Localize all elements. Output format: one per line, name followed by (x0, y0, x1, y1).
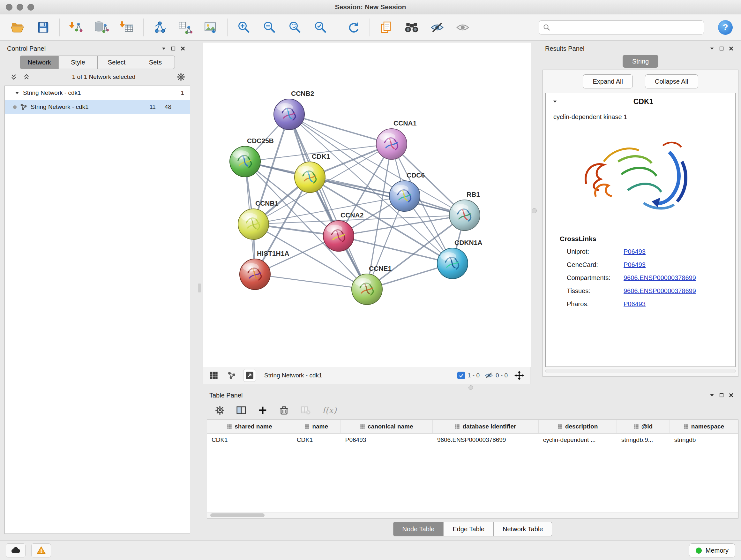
network-edge[interactable] (289, 114, 367, 289)
copy-button[interactable] (377, 18, 395, 37)
control-panel-close-button[interactable] (178, 44, 188, 53)
collapse-triangle-icon[interactable] (552, 99, 558, 105)
refresh-network-button[interactable] (344, 18, 362, 37)
import-table-button[interactable] (118, 18, 136, 37)
control-panel-float-button[interactable] (169, 44, 178, 53)
table-cell[interactable]: cyclin-dependent ... (539, 434, 617, 446)
column-header-description[interactable]: description (539, 420, 617, 433)
network-node-cdkn1a[interactable]: CDKN1A (437, 239, 482, 279)
memory-button[interactable]: Memory (689, 543, 735, 557)
uniprot-link[interactable]: P06493 (623, 248, 646, 255)
genecard-link[interactable]: P06493 (623, 261, 646, 268)
table-cell[interactable]: CDK1 (292, 434, 341, 446)
search-input[interactable] (554, 23, 700, 31)
network-node-rb1[interactable]: RB1 (449, 191, 480, 231)
delete-column-button[interactable] (279, 405, 289, 415)
results-scrollbar[interactable] (545, 369, 736, 373)
expand-all-networks-button[interactable] (22, 72, 31, 82)
zoom-selected-button[interactable] (311, 18, 330, 37)
tab-edge-table[interactable]: Edge Table (444, 522, 494, 537)
search-box[interactable] (539, 20, 704, 35)
close-window-button[interactable] (6, 4, 12, 10)
network-node-hist1h1a[interactable]: HIST1H1A (240, 250, 289, 290)
scrollbar-thumb[interactable] (210, 513, 265, 517)
open-session-button[interactable] (8, 18, 27, 37)
table-cell[interactable]: CDK1 (207, 434, 292, 446)
column-header-name[interactable]: name (292, 420, 341, 433)
zoom-fit-button[interactable] (286, 18, 304, 37)
import-network-from-database-button[interactable] (92, 18, 111, 37)
warnings-button[interactable] (31, 543, 51, 557)
column-header-canonical-name[interactable]: canonical name (341, 420, 433, 433)
splitter-handle[interactable] (198, 284, 201, 293)
function-builder-button[interactable]: f(x) (322, 406, 337, 415)
collapse-all-button[interactable]: Collapse All (645, 74, 698, 88)
network-node-cdc6[interactable]: CDC6 (389, 172, 425, 211)
grid-view-button[interactable] (207, 369, 220, 382)
pharos-link[interactable]: P06493 (623, 300, 646, 308)
zoom-out-button[interactable] (260, 18, 279, 37)
tab-node-table[interactable]: Node Table (393, 522, 444, 537)
tab-sets[interactable]: Sets (136, 56, 175, 69)
column-header--id[interactable]: @id (617, 420, 670, 433)
column-header-namespace[interactable]: namespace (670, 420, 738, 433)
table-cell[interactable]: stringdb (670, 434, 738, 446)
table-cell[interactable]: stringdb:9... (617, 434, 670, 446)
tab-style[interactable]: Style (59, 56, 97, 69)
detach-view-button[interactable] (243, 369, 256, 382)
results-panel-close-button[interactable] (726, 44, 736, 53)
network-edge[interactable] (289, 114, 392, 144)
delete-table-button[interactable] (300, 405, 311, 415)
find-button[interactable] (402, 18, 421, 37)
show-columns-button[interactable] (236, 405, 246, 415)
expand-all-button[interactable]: Expand All (583, 74, 633, 88)
splitter-handle[interactable] (532, 208, 537, 213)
collapse-all-networks-button[interactable] (9, 72, 18, 82)
zoom-window-button[interactable] (27, 4, 34, 10)
network-collection-row[interactable]: String Network - cdk1 1 (5, 86, 190, 100)
network-row-selected[interactable]: String Network - cdk1 11 48 (5, 100, 190, 114)
table-settings-button[interactable] (215, 406, 225, 415)
help-button[interactable]: ? (718, 20, 733, 35)
network-node-ccnb2[interactable]: CCNB2 (274, 90, 314, 130)
network-node-cdc25b[interactable]: CDC25B (230, 137, 274, 177)
tab-network[interactable]: Network (20, 56, 59, 69)
export-image-button[interactable] (202, 18, 220, 37)
control-panel-menu-button[interactable] (159, 44, 169, 53)
import-network-from-file-button[interactable] (67, 18, 85, 37)
results-panel-menu-button[interactable] (707, 44, 717, 53)
table-panel-float-button[interactable] (717, 390, 726, 400)
network-edge[interactable] (253, 114, 289, 224)
network-graph[interactable]: CCNB2CCNA1CDC25BCDK1CDC6RB1CCNB1CCNA2CDK… (203, 43, 530, 366)
tab-select[interactable]: Select (98, 56, 136, 69)
collapse-triangle-icon[interactable] (14, 90, 20, 96)
show-all-button[interactable] (454, 18, 472, 37)
table-horizontal-scrollbar[interactable] (207, 512, 738, 518)
zoom-in-button[interactable] (234, 18, 253, 37)
network-node-ccna1[interactable]: CCNA1 (376, 119, 417, 159)
network-node-ccnb1[interactable]: CCNB1 (238, 199, 279, 240)
network-overview-button[interactable] (225, 369, 238, 382)
network-canvas[interactable]: CCNB2CCNA1CDC25BCDK1CDC6RB1CCNB1CCNA2CDK… (203, 42, 531, 367)
table-cell[interactable]: P06493 (341, 434, 433, 446)
tab-string[interactable]: String (623, 55, 658, 68)
network-options-button[interactable] (176, 72, 186, 82)
compartments-link[interactable]: 9606.ENSP00000378699 (623, 274, 696, 282)
table-row[interactable]: CDK1CDK1P064939606.ENSP00000378699cyclin… (207, 434, 738, 446)
network-edge[interactable] (255, 274, 367, 289)
tissues-link[interactable]: 9606.ENSP00000378699 (623, 287, 696, 295)
column-header-shared-name[interactable]: shared name (207, 420, 292, 433)
hide-selected-button[interactable] (428, 18, 447, 37)
pan-mode-button[interactable] (513, 369, 526, 382)
new-network-button[interactable] (151, 18, 169, 37)
cloud-status-button[interactable] (6, 543, 25, 557)
results-panel-float-button[interactable] (717, 44, 726, 53)
table-panel-menu-button[interactable] (707, 390, 717, 400)
save-session-button[interactable] (34, 18, 52, 37)
table-panel-close-button[interactable] (726, 390, 736, 400)
selected-checkbox[interactable] (457, 372, 465, 379)
minimize-window-button[interactable] (17, 4, 23, 10)
add-column-button[interactable] (258, 406, 267, 415)
table-cell[interactable]: 9606.ENSP00000378699 (433, 434, 539, 446)
network-from-table-button[interactable] (176, 18, 195, 37)
